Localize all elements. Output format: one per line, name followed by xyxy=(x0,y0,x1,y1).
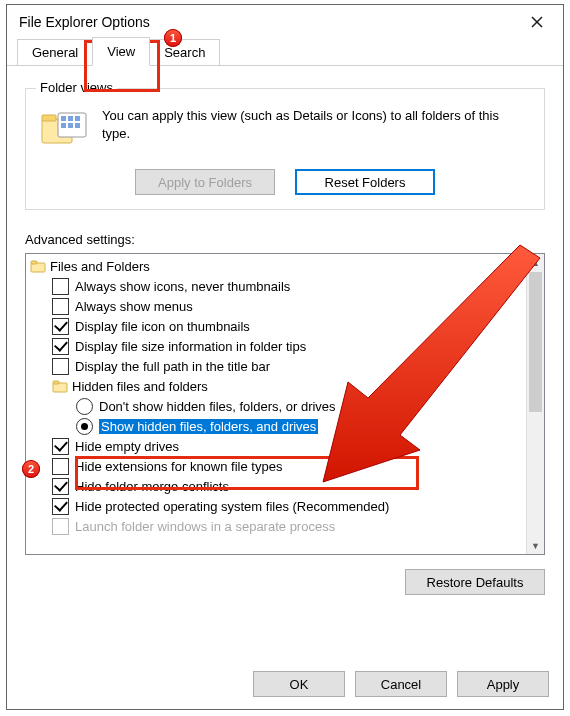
callout-arrow xyxy=(0,0,570,716)
svg-marker-15 xyxy=(323,245,540,482)
tab-view[interactable]: View xyxy=(92,37,150,66)
